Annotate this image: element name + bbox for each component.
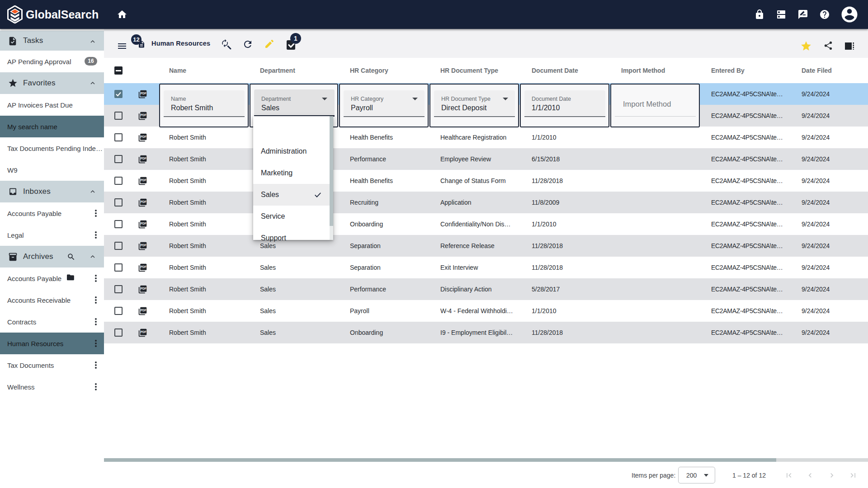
svg-text:PDF: PDF bbox=[141, 92, 146, 95]
svg-text:PDF: PDF bbox=[141, 265, 146, 268]
svg-text:PDF: PDF bbox=[141, 287, 146, 290]
svg-text:PDF: PDF bbox=[141, 330, 146, 333]
svg-text:PDF: PDF bbox=[141, 178, 146, 182]
svg-text:PDF: PDF bbox=[141, 244, 146, 247]
svg-text:PDF: PDF bbox=[141, 222, 146, 225]
svg-text:PDF: PDF bbox=[141, 157, 146, 160]
svg-text:PDF: PDF bbox=[141, 200, 146, 203]
svg-text:PDF: PDF bbox=[141, 113, 146, 117]
svg-text:PDF: PDF bbox=[141, 135, 146, 138]
svg-text:PDF: PDF bbox=[141, 309, 146, 312]
